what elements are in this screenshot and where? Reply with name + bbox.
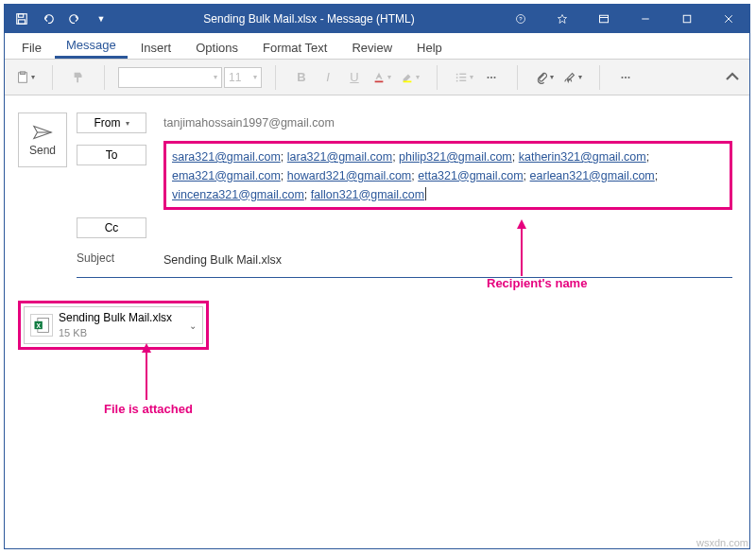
svg-text:?: ? xyxy=(519,16,523,22)
svg-point-26 xyxy=(627,76,629,78)
svg-rect-18 xyxy=(459,77,466,78)
cc-button[interactable]: Cc xyxy=(77,217,146,238)
subject-label: Subject xyxy=(77,250,146,265)
svg-point-19 xyxy=(456,79,458,81)
tab-options[interactable]: Options xyxy=(184,37,249,59)
cc-field[interactable] xyxy=(163,217,732,219)
maximize-icon[interactable] xyxy=(666,5,708,33)
svg-rect-1 xyxy=(19,14,24,18)
tab-format-text[interactable]: Format Text xyxy=(251,37,338,59)
svg-text:X: X xyxy=(36,322,41,329)
svg-point-15 xyxy=(456,73,458,75)
font-size-value: 11 xyxy=(229,71,241,84)
font-family-select[interactable]: ▾ xyxy=(118,67,222,88)
collapse-ribbon-icon[interactable] xyxy=(721,65,744,88)
ribbon-display-icon[interactable] xyxy=(583,5,625,33)
bullets-button[interactable]: ▾ xyxy=(451,65,477,90)
svg-rect-20 xyxy=(459,79,466,80)
tab-insert[interactable]: Insert xyxy=(129,37,183,59)
ribbon-tabs: File Message Insert Options Format Text … xyxy=(5,33,749,60)
attachment-highlight: X Sending Bulk Mail.xlsx 15 KB ⌄ xyxy=(18,301,209,350)
svg-rect-2 xyxy=(19,20,26,24)
font-color-button[interactable]: ▾ xyxy=(369,65,395,90)
underline-button[interactable]: U xyxy=(342,65,367,90)
svg-point-23 xyxy=(493,76,495,78)
italic-button[interactable]: I xyxy=(316,65,340,90)
overflow-button[interactable] xyxy=(613,65,638,90)
help-icon[interactable]: ? xyxy=(500,5,541,33)
svg-rect-5 xyxy=(600,15,609,23)
save-icon[interactable] xyxy=(10,8,33,30)
tab-file[interactable]: File xyxy=(10,37,53,59)
attach-button[interactable]: ▾ xyxy=(531,65,558,90)
redo-icon[interactable] xyxy=(63,8,86,30)
send-label: Send xyxy=(29,144,56,157)
svg-rect-8 xyxy=(683,15,691,23)
tab-review[interactable]: Review xyxy=(340,37,404,59)
send-button[interactable]: Send xyxy=(18,113,67,167)
svg-point-24 xyxy=(621,76,623,78)
arrow-recipients xyxy=(515,219,528,276)
from-value: tanjimahossain1997@gmail.com xyxy=(163,113,732,132)
annotation-attachment: File is attached xyxy=(104,402,193,416)
qat-customize-icon[interactable]: ▼ xyxy=(90,8,112,30)
subject-field[interactable]: Sending Bulk Mail.xlsx xyxy=(163,250,732,269)
attachment-size: 15 KB xyxy=(59,326,183,339)
svg-rect-13 xyxy=(375,80,384,82)
tab-message[interactable]: Message xyxy=(55,34,128,59)
undo-icon[interactable] xyxy=(37,8,60,30)
svg-rect-16 xyxy=(459,73,466,74)
format-painter-icon[interactable] xyxy=(66,65,91,90)
to-field[interactable]: sara321@gmail.com; lara321@gmail.com; ph… xyxy=(163,141,732,210)
ellipsis-button[interactable] xyxy=(479,65,504,90)
outlook-compose-window: ▼ Sending Bulk Mail.xlsx - Message (HTML… xyxy=(4,4,750,549)
attachment-area: X Sending Bulk Mail.xlsx 15 KB ⌄ xyxy=(18,301,732,350)
highlight-button[interactable]: ▾ xyxy=(397,65,423,90)
titlebar: ▼ Sending Bulk Mail.xlsx - Message (HTML… xyxy=(5,5,749,33)
close-icon[interactable] xyxy=(708,5,749,33)
to-button[interactable]: To xyxy=(77,145,146,165)
recipients-list: sara321@gmail.com; lara321@gmail.com; ph… xyxy=(172,148,658,201)
signature-button[interactable]: ▾ xyxy=(559,65,586,90)
svg-rect-12 xyxy=(20,71,25,74)
watermark: wsxdn.com xyxy=(696,537,748,548)
window-title: Sending Bulk Mail.xlsx - Message (HTML) xyxy=(118,12,500,26)
paste-icon[interactable]: ▾ xyxy=(12,65,39,90)
from-button[interactable]: From▾ xyxy=(77,113,146,133)
svg-rect-14 xyxy=(404,80,412,82)
arrow-attachment xyxy=(140,343,153,400)
ribbon: ▾ ▾ 11▾ B I U ▾ ▾ ▾ ▾ ▾ xyxy=(5,60,749,95)
attachment-name: Sending Bulk Mail.xlsx xyxy=(59,311,183,326)
annotation-recipients: Recipient's name xyxy=(487,276,587,290)
compose-area: Send From▾ tanjimahossain1997@gmail.com … xyxy=(5,95,749,361)
minimize-icon[interactable] xyxy=(625,5,666,33)
excel-icon: X xyxy=(30,314,53,337)
svg-point-25 xyxy=(625,76,627,78)
tab-help[interactable]: Help xyxy=(405,37,454,59)
attachment-card[interactable]: X Sending Bulk Mail.xlsx 15 KB ⌄ xyxy=(24,306,203,344)
bold-button[interactable]: B xyxy=(289,65,314,90)
font-size-select[interactable]: 11▾ xyxy=(224,67,262,88)
svg-point-22 xyxy=(490,76,492,78)
svg-point-21 xyxy=(487,76,489,78)
svg-point-17 xyxy=(456,77,458,78)
coming-soon-icon[interactable] xyxy=(541,5,583,33)
attachment-dropdown-icon[interactable]: ⌄ xyxy=(189,320,197,331)
